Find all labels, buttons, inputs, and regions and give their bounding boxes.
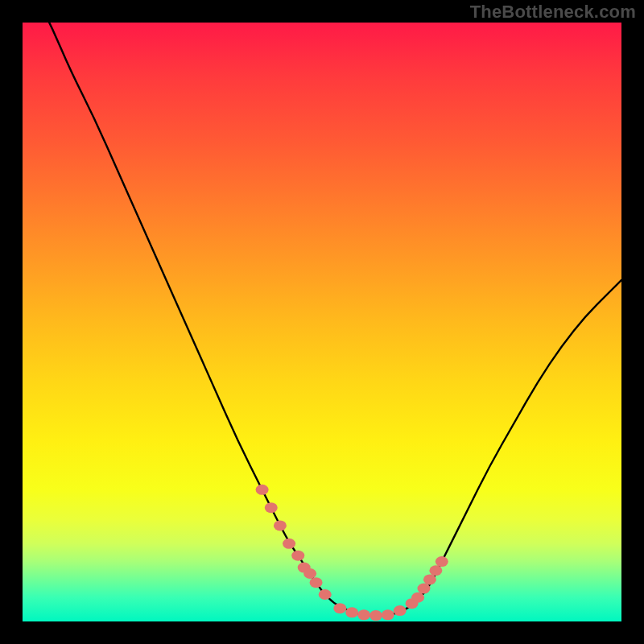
marker-dot	[283, 539, 295, 549]
marker-dot	[333, 603, 346, 613]
bottleneck-curve	[23, 0, 621, 616]
highlight-markers	[256, 485, 448, 621]
marker-dot	[429, 565, 442, 576]
marker-dot	[417, 584, 430, 594]
marker-dot	[274, 520, 287, 530]
curve-layer	[23, 23, 621, 621]
marker-dot	[303, 568, 316, 579]
marker-dot	[369, 610, 382, 621]
marker-dot	[423, 574, 436, 584]
marker-dot	[357, 609, 370, 620]
chart-stage: TheBottleneck.com	[0, 0, 644, 644]
marker-dot	[411, 592, 424, 603]
marker-dot	[345, 607, 358, 617]
marker-dot	[319, 589, 332, 600]
marker-dot	[256, 485, 269, 495]
marker-dot	[436, 556, 448, 567]
marker-dot	[265, 502, 278, 513]
marker-dot	[394, 605, 407, 616]
marker-dot	[382, 609, 394, 620]
watermark-text: TheBottleneck.com	[470, 2, 636, 23]
marker-dot	[291, 551, 304, 561]
marker-dot	[310, 577, 323, 588]
